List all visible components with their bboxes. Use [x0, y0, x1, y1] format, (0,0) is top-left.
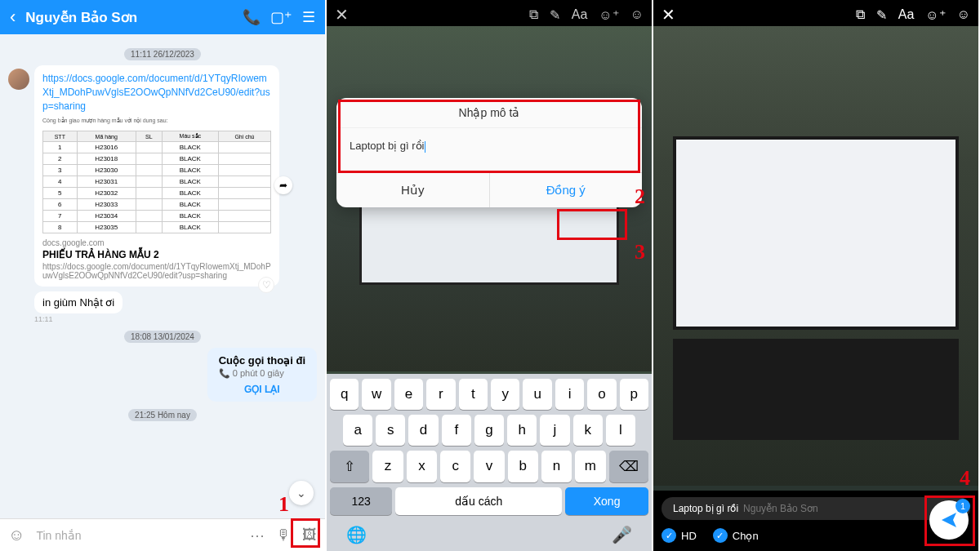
forward-icon[interactable]: ➦	[274, 176, 292, 194]
step-label: 2	[635, 184, 645, 209]
kb-key[interactable]: x	[407, 451, 437, 482]
preview-domain: docs.google.com	[42, 238, 271, 247]
preview-desc: https://docs.google.com/document/d/1YTqy…	[42, 262, 271, 280]
kb-key[interactable]: m	[575, 451, 605, 482]
timestamp-pill: 11:11 26/12/2023	[8, 46, 317, 60]
message-row: https://docs.google.com/document/d/1YTqy…	[8, 65, 317, 287]
crop-icon[interactable]: ⧉	[856, 7, 865, 22]
step-label: 4	[960, 466, 970, 491]
chat-panel: ‹ Nguyễn Bảo Sơn 📞 ▢⁺ ☰ 11:11 26/12/2023…	[0, 0, 327, 551]
step-label: 1	[278, 492, 289, 517]
kb-key[interactable]: c	[440, 451, 470, 482]
check-icon: ✓	[662, 528, 676, 543]
message-bubble[interactable]: https://docs.google.com/document/d/1YTqy…	[34, 65, 279, 287]
kb-key[interactable]: z	[372, 451, 403, 482]
kb-key[interactable]: b	[508, 451, 538, 482]
kb-key[interactable]: i	[555, 379, 584, 410]
close-icon[interactable]: ✕	[662, 5, 675, 24]
kb-key[interactable]: l	[606, 415, 635, 446]
react-icon[interactable]: ♡	[258, 277, 274, 293]
kb-key[interactable]: y	[491, 379, 519, 410]
call-back-button[interactable]: GỌI LẠI	[219, 380, 305, 395]
editor-toolbar: ✕ ⧉ ✎ Aa ☺⁺ ☺	[327, 0, 652, 29]
draw-icon[interactable]: ✎	[876, 7, 887, 23]
more-icon[interactable]: ⋯	[250, 527, 265, 544]
kb-done[interactable]: Xong	[565, 487, 648, 515]
preview-table: STTMã hàngSLMàu sắcGhi chú 1H23016BLACK …	[42, 131, 271, 233]
scroll-down-button[interactable]: ⌄	[289, 481, 314, 505]
kb-key[interactable]: w	[362, 379, 390, 410]
kb-mic-icon[interactable]: 🎤	[612, 525, 632, 544]
crop-icon[interactable]: ⧉	[529, 7, 538, 22]
emoji-icon[interactable]: ☺	[630, 7, 644, 22]
highlight-box	[291, 518, 320, 548]
cancel-button[interactable]: Hủy	[336, 173, 490, 207]
photo-preview[interactable]	[653, 26, 978, 486]
editor-toolbar: ✕ ⧉ ✎ Aa ☺⁺ ☺	[653, 0, 978, 29]
highlight-box	[338, 100, 640, 173]
keyboard: q w e r t y u i o p a s d f g h j k l ⇧ …	[327, 374, 652, 551]
contact-name[interactable]: Nguyễn Bảo Sơn	[25, 9, 233, 26]
text-icon[interactable]: Aa	[898, 7, 915, 22]
kb-key[interactable]: j	[540, 415, 569, 446]
message-link[interactable]: https://docs.google.com/document/d/1YTqy…	[42, 72, 271, 113]
draw-icon[interactable]: ✎	[550, 7, 560, 23]
emoji-icon[interactable]: ☺	[957, 7, 970, 22]
kb-space[interactable]: dấu cách	[395, 487, 562, 515]
message-time: 11:11	[34, 315, 122, 323]
mic-icon[interactable]: 🎙	[276, 527, 291, 544]
sticker-icon[interactable]: ☺⁺	[599, 7, 618, 23]
avatar[interactable]	[8, 69, 29, 90]
globe-icon[interactable]: 🌐	[346, 525, 367, 544]
kb-key[interactable]: q	[330, 379, 359, 410]
sticker-icon[interactable]: ☺⁺	[925, 7, 945, 23]
call-icon[interactable]: 📞	[243, 8, 261, 26]
back-icon[interactable]: ‹	[10, 7, 16, 28]
editor-panel-dialog: ✕ ⧉ ✎ Aa ☺⁺ ☺ Nhập mô tả Laptopt bị gì r…	[327, 0, 653, 551]
sticker-icon[interactable]: ☺	[8, 526, 24, 544]
hd-toggle[interactable]: ✓ HD	[662, 528, 697, 543]
kb-key[interactable]: v	[474, 451, 504, 482]
kb-shift[interactable]: ⇧	[330, 451, 369, 482]
chat-header: ‹ Nguyễn Bảo Sơn 📞 ▢⁺ ☰	[0, 0, 325, 34]
kb-key[interactable]: n	[541, 451, 572, 482]
chat-input-bar: ☺ ⋯ 🎙 🖼	[0, 518, 325, 551]
kb-key[interactable]: o	[587, 379, 616, 410]
kb-key[interactable]: f	[442, 415, 471, 446]
kb-key[interactable]: p	[620, 379, 648, 410]
check-icon: ✓	[713, 528, 728, 543]
preview-title: PHIẾU TRẢ HÀNG MẪU 2	[42, 249, 271, 260]
kb-key[interactable]: t	[459, 379, 488, 410]
kb-key[interactable]: k	[573, 415, 603, 446]
close-icon[interactable]: ✕	[335, 5, 349, 24]
kb-key[interactable]: g	[474, 415, 504, 446]
kb-key[interactable]: s	[376, 415, 405, 446]
text-icon[interactable]: Aa	[572, 7, 588, 22]
kb-delete[interactable]: ⌫	[609, 451, 648, 482]
kb-key[interactable]: u	[523, 379, 551, 410]
timestamp-pill: 18:08 13/01/2024	[8, 328, 317, 343]
timestamp-pill: 21:25 Hôm nay	[8, 407, 317, 421]
message-bubble[interactable]: in giùm Nhật ơi	[34, 291, 122, 313]
ok-button[interactable]: Đồng ý	[490, 173, 643, 207]
kb-123[interactable]: 123	[330, 487, 392, 515]
kb-key[interactable]: d	[408, 415, 438, 446]
video-icon[interactable]: ▢⁺	[270, 8, 292, 26]
kb-key[interactable]: r	[426, 379, 455, 410]
chat-body[interactable]: 11:11 26/12/2023 https://docs.google.com…	[0, 34, 325, 518]
message-input[interactable]	[36, 529, 238, 542]
step-label: 3	[635, 240, 645, 264]
message-row: in giùm Nhật ơi 11:11	[8, 291, 317, 323]
select-toggle[interactable]: ✓ Chọn	[713, 528, 759, 543]
kb-key[interactable]: h	[507, 415, 537, 446]
menu-icon[interactable]: ☰	[302, 8, 315, 26]
kb-key[interactable]: e	[394, 379, 423, 410]
highlight-box	[924, 495, 975, 546]
call-card[interactable]: Cuộc gọi thoại đi 📞 0 phút 0 giây GỌI LẠ…	[207, 348, 317, 402]
highlight-box	[557, 209, 627, 240]
editor-panel-send: ✕ ⧉ ✎ Aa ☺⁺ ☺ Laptop bị gì rồi Nguyễn Bả…	[653, 0, 980, 551]
kb-key[interactable]: a	[343, 415, 372, 446]
